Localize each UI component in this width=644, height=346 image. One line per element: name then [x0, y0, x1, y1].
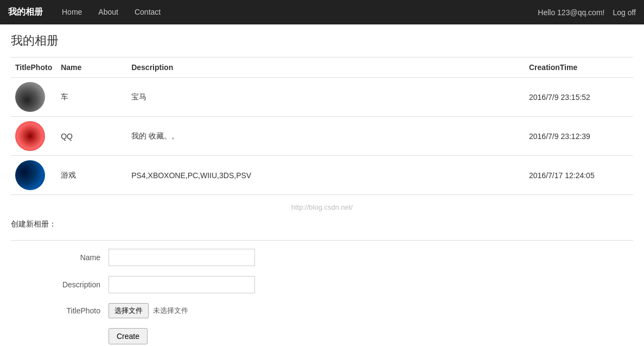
- navbar: 我的相册 Home About Contact Hello 123@qq.com…: [0, 0, 644, 24]
- navbar-nav: Home About Contact: [54, 0, 538, 24]
- name-form-group: Name: [11, 249, 633, 266]
- main-container: 我的相册 TitlePhoto Name Description Creatio…: [0, 24, 644, 346]
- create-header: 创建新相册：: [11, 219, 633, 229]
- table-row: 车宝马2016/7/9 23:15:52: [11, 78, 633, 117]
- user-greeting: Hello 123@qq.com!: [538, 8, 604, 17]
- avatar-qq: [15, 121, 45, 151]
- nav-link-home[interactable]: Home: [54, 0, 90, 24]
- description-cell: 我的 收藏。。: [127, 117, 525, 156]
- logout-link[interactable]: Log off: [613, 8, 636, 17]
- description-label: Description: [11, 280, 109, 289]
- album-table: TitlePhoto Name Description CreationTime…: [11, 57, 633, 195]
- photo-cell: [11, 156, 56, 195]
- col-header-creation-time: CreationTime: [525, 58, 633, 78]
- time-cell: 2016/7/9 23:15:52: [525, 78, 633, 117]
- create-button[interactable]: Create: [109, 328, 148, 344]
- navbar-right: Hello 123@qq.com! Log off: [538, 8, 636, 17]
- create-form: Name Description TitlePhoto 选择文件 未选择文件 C…: [11, 249, 633, 344]
- avatar-car: [15, 82, 45, 112]
- watermark: http://blog.csdn.net/: [11, 203, 633, 211]
- navbar-brand[interactable]: 我的相册: [8, 7, 43, 18]
- nav-item-contact[interactable]: Contact: [126, 0, 169, 24]
- nav-item-home[interactable]: Home: [54, 0, 90, 24]
- name-cell: QQ: [56, 117, 127, 156]
- col-header-description: Description: [127, 58, 525, 78]
- description-input[interactable]: [109, 276, 255, 293]
- table-row: 游戏PS4,XBOXONE,PC,WIIU,3DS,PSV2016/7/17 1…: [11, 156, 633, 195]
- time-cell: 2016/7/9 23:12:39: [525, 117, 633, 156]
- form-divider: [11, 240, 633, 241]
- nav-link-contact[interactable]: Contact: [126, 0, 169, 24]
- create-button-group: Create: [11, 328, 633, 344]
- name-cell: 车: [56, 78, 127, 117]
- choose-file-button[interactable]: 选择文件: [109, 303, 149, 318]
- name-input[interactable]: [109, 249, 255, 266]
- no-file-chosen-label: 未选择文件: [153, 306, 188, 316]
- nav-link-about[interactable]: About: [90, 0, 126, 24]
- name-label: Name: [11, 253, 109, 262]
- table-header-row: TitlePhoto Name Description CreationTime: [11, 58, 633, 78]
- titlephoto-label: TitlePhoto: [11, 306, 109, 315]
- col-header-photo: TitlePhoto: [11, 58, 56, 78]
- table-row: QQ我的 收藏。。2016/7/9 23:12:39: [11, 117, 633, 156]
- photo-cell: [11, 117, 56, 156]
- description-cell: 宝马: [127, 78, 525, 117]
- avatar-game: [15, 160, 45, 190]
- time-cell: 2016/7/17 12:24:05: [525, 156, 633, 195]
- page-title: 我的相册: [11, 33, 633, 49]
- file-upload-group: 选择文件 未选择文件: [109, 303, 188, 318]
- col-header-name: Name: [56, 58, 127, 78]
- photo-cell: [11, 78, 56, 117]
- description-form-group: Description: [11, 276, 633, 293]
- description-cell: PS4,XBOXONE,PC,WIIU,3DS,PSV: [127, 156, 525, 195]
- name-cell: 游戏: [56, 156, 127, 195]
- nav-item-about[interactable]: About: [90, 0, 126, 24]
- titlephoto-form-group: TitlePhoto 选择文件 未选择文件: [11, 303, 633, 318]
